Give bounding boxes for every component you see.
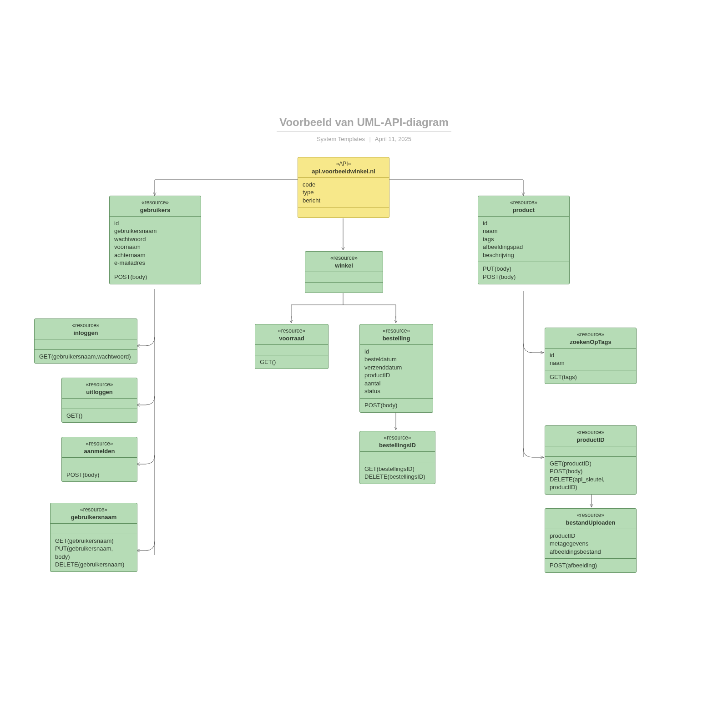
node-zoekenOpTags: «resource» zoekenOpTags id naam GET(tags… (545, 328, 637, 384)
stereotype: «API» (302, 160, 385, 167)
stereotype: «resource» (66, 381, 133, 388)
diagram-canvas: Voorbeeld van UML-API-diagram System Tem… (0, 0, 728, 728)
ops: POST(afbeelding) (545, 559, 636, 572)
attrs (51, 524, 137, 534)
node-product: «resource» product id naam tags afbeeldi… (478, 196, 570, 284)
date-label: April 11, 2025 (375, 136, 411, 142)
subtitle-separator: | (369, 136, 371, 142)
node-aanmelden: «resource» aanmelden POST(body) (61, 437, 137, 482)
node-voorraad: «resource» voorraad GET() (255, 324, 329, 369)
node-name: bestelling (364, 334, 429, 343)
stereotype: «resource» (482, 199, 566, 206)
ops (298, 207, 389, 217)
node-name: uitloggen (66, 388, 133, 396)
stereotype: «resource» (38, 322, 133, 329)
ops: GET() (62, 409, 137, 423)
ops: GET(gebruikersnaam,wachtwoord) (35, 350, 137, 364)
stereotype: «resource» (549, 429, 632, 436)
node-winkel: «resource» winkel (305, 251, 383, 293)
attrs (62, 458, 137, 468)
node-name: winkel (309, 262, 379, 270)
author-label: System Templates (317, 136, 365, 142)
title-block: Voorbeeld van UML-API-diagram System Tem… (0, 116, 728, 142)
node-uitloggen: «resource» uitloggen GET() (61, 378, 137, 423)
page-subtitle: System Templates | April 11, 2025 (0, 136, 728, 142)
node-name: bestellingsID (364, 441, 431, 450)
node-gebruikers: «resource» gebruikers id gebruikersnaam … (109, 196, 201, 284)
ops: GET(bestellingsID) DELETE(bestellingsID) (360, 462, 435, 484)
stereotype: «resource» (259, 327, 324, 334)
attrs (545, 446, 636, 457)
attrs (62, 399, 137, 409)
stereotype: «resource» (54, 506, 133, 513)
attrs: productID metagegevens afbeeldingsbestan… (545, 529, 636, 559)
attrs: id besteldatum verzenddatum productID aa… (360, 345, 433, 399)
ops (305, 283, 383, 293)
node-name: voorraad (259, 334, 324, 343)
attrs: id gebruikersnaam wachtwoord voornaam ac… (110, 217, 201, 270)
attrs: code type bericht (298, 178, 389, 208)
node-name: gebruikers (113, 206, 197, 214)
attrs (360, 452, 435, 462)
node-bestelling: «resource» bestelling id besteldatum ver… (359, 324, 433, 413)
ops: GET() (255, 355, 328, 369)
ops: GET(productID) POST(body) DELETE(api_sle… (545, 457, 636, 494)
ops: POST(body) (110, 270, 201, 284)
node-name: aanmelden (66, 447, 133, 455)
node-name: api.voorbeeldwinkel.nl (302, 167, 385, 176)
stereotype: «resource» (113, 199, 197, 206)
node-name: bestandUploaden (549, 519, 632, 527)
node-name: gebruikersnaam (54, 513, 133, 521)
node-gebruikersnaam: «resource» gebruikersnaam GET(gebruikers… (50, 503, 137, 572)
node-name: productID (549, 436, 632, 444)
attrs (35, 339, 137, 350)
ops: PUT(body) POST(body) (478, 262, 569, 283)
attrs: id naam tags afbeeldingspad beschrijving (478, 217, 569, 263)
ops: GET(gebruikersnaam) PUT(gebruikersnaam, … (51, 534, 137, 571)
stereotype: «resource» (549, 331, 632, 338)
attrs: id naam (545, 349, 636, 370)
node-name: zoekenOpTags (549, 338, 632, 346)
node-bestandUploaden: «resource» bestandUploaden productID met… (545, 508, 637, 573)
stereotype: «resource» (549, 511, 632, 519)
node-api: «API» api.voorbeeldwinkel.nl code type b… (298, 157, 389, 218)
page-title: Voorbeeld van UML-API-diagram (277, 116, 451, 132)
stereotype: «resource» (364, 327, 429, 334)
attrs (255, 345, 328, 355)
ops: POST(body) (360, 399, 433, 412)
stereotype: «resource» (364, 434, 431, 441)
node-inloggen: «resource» inloggen GET(gebruikersnaam,w… (34, 318, 137, 364)
attrs (305, 272, 383, 283)
node-name: product (482, 206, 566, 214)
ops: GET(tags) (545, 370, 636, 384)
node-productID: «resource» productID GET(productID) POST… (545, 425, 637, 495)
ops: POST(body) (62, 468, 137, 482)
node-name: inloggen (38, 329, 133, 337)
stereotype: «resource» (66, 440, 133, 447)
stereotype: «resource» (309, 254, 379, 262)
node-bestellingsID: «resource» bestellingsID GET(bestellings… (359, 431, 435, 484)
